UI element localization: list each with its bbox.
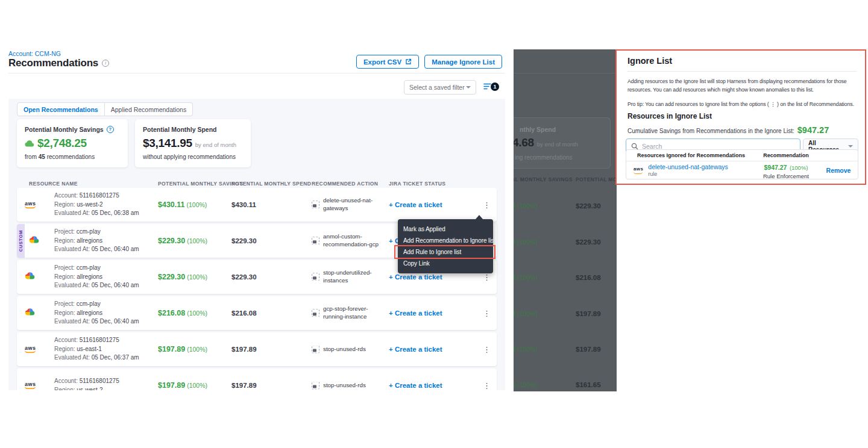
context-menu-arrow xyxy=(476,215,483,219)
ghost-spend-value-row: 4.68 by end of month xyxy=(514,136,578,149)
rule-icon xyxy=(312,382,319,390)
savings-cell: $216.08(100%) xyxy=(158,309,207,317)
resource-details: Project: ccm-play Region: allregions Eva… xyxy=(54,228,139,254)
spend-card-sub: without applying recommendations xyxy=(143,154,243,160)
savings-cell: $197.89(100%) xyxy=(158,345,207,353)
tabs: Open Recommendations Applied Recommendat… xyxy=(17,102,193,116)
table-row[interactable]: Project: ccm-play Region: allregions Eva… xyxy=(17,296,497,330)
aws-icon: aws xyxy=(634,167,643,174)
custom-tag: CUSTOM xyxy=(17,224,25,258)
ghost-spend-sub: ing recommendations xyxy=(515,154,573,161)
chevron-down-icon xyxy=(848,145,853,148)
savings-cell: $197.89(100%) xyxy=(158,381,207,390)
spend-value: $3,141.95 xyxy=(143,137,192,150)
menu-item-add-rule-to-ignore-list[interactable]: Add Rule to Ignore list xyxy=(398,246,493,258)
recommended-action-cell: stop-unused-rds xyxy=(312,382,389,390)
recommended-action-cell: anmol-custom-recommendation-gcp xyxy=(312,233,389,248)
panel-divider xyxy=(627,71,857,72)
pro-tip-prefix: Pro tip: You can add resources to Ignore… xyxy=(627,101,769,107)
filter-panel-button[interactable]: 1 xyxy=(483,82,499,93)
column-header-potential-monthly-savings: POTENTIAL MONTHLY SAVINGS xyxy=(158,181,243,187)
tab-open-recommendations[interactable]: Open Recommendations xyxy=(17,102,105,116)
ignore-list-table: Resources Ignored for Recommendations Re… xyxy=(626,149,858,179)
spend-card-label: Potential Monthly Spend xyxy=(143,126,243,133)
recommended-action-cell: gcp-stop-forever-running-instance xyxy=(312,305,389,320)
ignore-list-row: aws delete-unused-nat-gateways rule $947… xyxy=(626,161,858,179)
kebab-menu-icon[interactable]: ⋮ xyxy=(480,306,493,320)
savings-value: $2,748.25 xyxy=(37,137,87,150)
aws-icon: aws xyxy=(25,201,36,209)
remove-button[interactable]: Remove xyxy=(819,167,858,174)
column-header-resource-name: RESOURCE NAME xyxy=(29,181,78,187)
resource-details: Account: 511616801275 Region: us-west-2 … xyxy=(54,191,139,218)
spend-value-row: $3,141.95 by end of month xyxy=(143,137,243,150)
recommended-action-cell: stop-underutilized-instances xyxy=(312,269,389,284)
ghost-spend-value: 4.68 xyxy=(514,136,534,149)
ghost-row: 8(100%) $216.08 xyxy=(514,273,617,285)
rule-icon xyxy=(312,346,319,353)
aws-icon: aws xyxy=(25,382,36,390)
export-csv-button[interactable]: Export CSV xyxy=(356,55,419,69)
recommended-action-cell: delete-unused-nat-gateways xyxy=(312,197,389,212)
menu-item-copy-link[interactable]: Copy Link xyxy=(398,258,493,269)
gcp-icon xyxy=(29,235,39,246)
rule-icon xyxy=(312,310,319,317)
spend-cell: $216.08 xyxy=(231,310,257,317)
ghost-row: 0(100%) $229.30 xyxy=(514,238,617,250)
kebab-menu-icon[interactable]: ⋮ xyxy=(480,379,493,391)
saved-filter-select[interactable]: Select a saved filter xyxy=(404,80,476,95)
header-divider xyxy=(8,73,505,73)
ghost-column-header: POTENTIAL MONTHL xyxy=(576,176,617,182)
table-row[interactable]: aws Account: 511616801275 Region: us-eas… xyxy=(17,332,497,366)
ignored-resource-type: rule xyxy=(648,171,728,177)
gcp-icon xyxy=(25,272,35,282)
ignore-list-title: Ignore List xyxy=(627,56,672,66)
kebab-menu-icon: ⋮ xyxy=(770,101,776,107)
create-ticket-link[interactable]: + Create a ticket xyxy=(389,310,442,317)
savings-card-label: Potential Monthly Savings xyxy=(25,126,104,133)
ignore-list-description: Adding resources to the Ignore list will… xyxy=(627,77,859,94)
create-ticket-link[interactable]: + Create a ticket xyxy=(389,382,442,389)
ignored-savings-pct: (100%) xyxy=(790,164,808,171)
ignored-resource-link[interactable]: delete-unused-nat-gateways xyxy=(648,163,728,170)
page-title: Recommendations xyxy=(8,57,98,69)
chevron-down-icon xyxy=(466,86,471,89)
breadcrumb[interactable]: Account: CCM-NG xyxy=(8,50,61,57)
help-icon[interactable]: ? xyxy=(107,126,114,133)
info-icon[interactable]: i xyxy=(102,60,109,67)
external-link-icon xyxy=(405,58,412,65)
menu-item-add-recommendation-to-ignore-list[interactable]: Add Recommendation to Ignore list xyxy=(398,235,493,246)
page-title-row: Recommendations i xyxy=(8,57,109,69)
saved-filter-placeholder: Select a saved filter xyxy=(409,84,465,91)
resources-in-ignore-list-heading: Resources in Ignore List xyxy=(627,112,712,120)
table-row[interactable]: aws Account: 511616801275 Region: us-wes… xyxy=(17,369,497,390)
ghost-row: 0(100%) $229.30 xyxy=(514,202,617,214)
manage-ignore-list-label: Manage Ignore List xyxy=(432,58,495,66)
ghost-row: 5(100%) $161.65 xyxy=(514,381,617,391)
create-ticket-link[interactable]: + Create a ticket xyxy=(389,346,442,353)
savings-cell: $430.11(100%) xyxy=(158,201,207,209)
table-row[interactable]: aws Account: 511616801275 Region: us-wes… xyxy=(17,188,497,222)
savings-count: 45 xyxy=(39,154,45,160)
kebab-menu-icon[interactable]: ⋮ xyxy=(480,343,493,356)
manage-ignore-list-button[interactable]: Manage Ignore List xyxy=(424,55,502,69)
column-header-recommended-action: RECOMMENDED ACTION xyxy=(312,181,378,187)
spend-cell: $229.30 xyxy=(231,273,257,281)
recommendations-page: Account: CCM-NG Recommendations i Export… xyxy=(8,48,505,390)
create-ticket-link[interactable]: + Create a ticket xyxy=(389,201,442,208)
ignored-savings-value: $947.27 xyxy=(764,164,787,171)
savings-cell: $229.30(100%) xyxy=(158,273,207,281)
cumulative-savings-value: $947.27 xyxy=(797,125,829,135)
column-header-resources-ignored: Resources Ignored for Recommendations xyxy=(626,152,753,158)
column-header-jira-ticket-status: JIRA TICKET STATUS xyxy=(389,181,445,187)
create-ticket-link[interactable]: + Create a ticket xyxy=(389,273,442,281)
tab-applied-recommendations[interactable]: Applied Recommendations xyxy=(105,102,193,116)
menu-item-mark-as-applied[interactable]: Mark as Applied xyxy=(398,223,493,235)
ghost-row: 9(100%) $197.89 xyxy=(514,310,617,322)
kebab-menu-icon[interactable]: ⋮ xyxy=(480,198,493,212)
ghost-spend-suffix: by end of month xyxy=(537,141,578,148)
rule-icon xyxy=(312,273,319,281)
gcp-icon xyxy=(25,308,35,319)
potential-monthly-spend-card: Potential Monthly Spend $3,141.95 by end… xyxy=(135,119,251,167)
pro-tip-suffix: ) on the list of Recommendations. xyxy=(777,101,854,107)
